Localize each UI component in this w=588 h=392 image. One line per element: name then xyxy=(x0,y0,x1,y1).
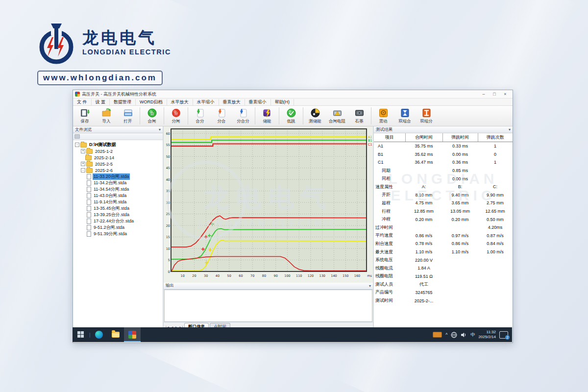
menu-item[interactable]: 水平缩小 xyxy=(193,99,219,105)
toolbar-button[interactable]: 合合闸 xyxy=(141,106,163,126)
folder-icon xyxy=(112,332,120,338)
result-value: 9.40 mm xyxy=(442,191,478,199)
toolbar-button-label: 测储能 xyxy=(309,119,321,124)
svg-text:0: 0 xyxy=(168,270,170,274)
toolbar-button[interactable]: 双端合 xyxy=(394,106,416,126)
toolbar-button[interactable]: 分合 xyxy=(211,106,232,126)
toolbar-button[interactable]: 测储能 xyxy=(304,106,326,126)
toolbar-button[interactable]: 保存 xyxy=(74,106,96,126)
close-op-icon: 合 xyxy=(147,108,157,118)
tree-file-item[interactable]: 11-33.20合闸.stda xyxy=(75,173,163,180)
toolbar-button[interactable]: 石墨 xyxy=(348,106,370,126)
svg-text:10: 10 xyxy=(181,274,185,278)
brand-name-en: LONGDIAN ELECTRIC xyxy=(82,48,171,56)
cfc-icon xyxy=(238,108,248,118)
tree-toolbar xyxy=(73,133,163,140)
minimize-button[interactable]: – xyxy=(478,91,489,98)
volume-icon[interactable] xyxy=(461,332,467,338)
toolbar-separator xyxy=(255,107,255,124)
result-label: 产品编号 xyxy=(374,289,405,297)
tree-file-item[interactable]: 9-51.39分闸.stda xyxy=(75,231,163,237)
tree-file-item[interactable]: 11-34.2合闸.stda xyxy=(75,180,163,186)
chevron-down-icon[interactable]: ▾ xyxy=(509,127,511,132)
toolbar-button[interactable]: !合闸电阻 xyxy=(326,106,348,126)
ime-indicator[interactable]: 中 xyxy=(470,332,475,338)
tree-file-item[interactable]: 17-22.44分合分.stda xyxy=(75,218,163,224)
tree-item-label: 17-22.44分合分.stda xyxy=(93,218,135,224)
toolbar-button[interactable]: 低跳 xyxy=(280,106,302,126)
analysis-app-button[interactable] xyxy=(124,327,141,342)
result-value: 0.78 m/s xyxy=(405,240,442,248)
result-value xyxy=(442,272,478,281)
tree-file-item[interactable]: 11-34.54分闸.stda xyxy=(75,186,163,193)
toolbar-button[interactable]: 双端分 xyxy=(416,106,437,126)
result-value: 35.75 ms xyxy=(405,142,442,150)
tree-expander[interactable]: - xyxy=(75,143,79,147)
toolbar-button[interactable]: 储能 xyxy=(256,106,278,126)
serial-device-icon[interactable] xyxy=(433,332,442,338)
toolbar-button[interactable]: 分分闸 xyxy=(165,106,187,126)
tree-item-label: 2025-2-14 xyxy=(93,155,115,160)
toolbar-button[interactable]: 分合分 xyxy=(232,106,254,126)
notification-center-icon[interactable]: 2 xyxy=(499,331,508,339)
toolbar-button[interactable]: 导入 xyxy=(96,106,117,126)
result-value: 1.00 m/s xyxy=(478,248,513,256)
tree-expander[interactable]: + xyxy=(81,162,85,166)
chevron-down-icon[interactable]: ▾ xyxy=(369,284,371,288)
edge-browser-button[interactable] xyxy=(91,327,107,342)
menu-bar: 文 件设 置数据管理WORD归档水平放大水平缩小垂直放大垂直缩小帮助(H) xyxy=(73,98,513,106)
file-explorer-button[interactable] xyxy=(107,327,124,342)
toolbar-button[interactable]: 打开 xyxy=(117,106,139,126)
tree-file-item[interactable]: 11-9.14分闸.stda xyxy=(75,199,163,205)
start-button[interactable] xyxy=(73,327,89,342)
tree-folder-item[interactable]: -D:\H测试数据 xyxy=(75,142,163,148)
tree-item-label: 9-51.39分闸.stda xyxy=(93,231,128,237)
results-row: 测试时间2025-2-... xyxy=(374,296,513,305)
tree-file-item[interactable]: 11-43.0合闸.stda xyxy=(75,193,163,199)
tree-toolbar-icon[interactable] xyxy=(74,134,80,139)
tree-file-item[interactable]: 9-51.2合闸.stda xyxy=(75,224,163,231)
close-button[interactable]: × xyxy=(500,91,511,98)
result-value: 3.65 mm xyxy=(442,199,478,207)
svg-text:30: 30 xyxy=(204,274,208,278)
tree-folder-item[interactable]: 2025-2-14 xyxy=(75,154,163,161)
toolbar-button-label: 保存 xyxy=(81,119,89,124)
tree-expander[interactable]: + xyxy=(81,149,85,153)
result-value xyxy=(442,296,478,305)
analysis-app-icon xyxy=(128,331,136,339)
maximize-button[interactable]: □ xyxy=(489,91,500,98)
menu-item[interactable]: 垂直缩小 xyxy=(245,99,271,105)
menu-item[interactable]: 水平放大 xyxy=(167,99,193,105)
tree-item-label: 2025-2-6 xyxy=(94,168,114,173)
network-globe-icon[interactable] xyxy=(451,332,457,338)
toolbar-button-label: 分合分 xyxy=(237,119,249,124)
menu-item[interactable]: WORD归档 xyxy=(136,99,167,105)
results-row: 过冲时间4.20ms xyxy=(374,223,513,232)
menu-item[interactable]: 垂直放大 xyxy=(219,99,245,105)
result-value: 0.00 ms xyxy=(442,174,478,183)
toolbar-button[interactable]: 震动 xyxy=(372,106,394,126)
result-value xyxy=(405,167,442,175)
menu-item[interactable]: 文 件 xyxy=(73,99,92,105)
results-row: 系统电压220.00 V xyxy=(374,256,513,264)
toolbar-button[interactable]: 合分 xyxy=(189,106,211,126)
menu-item[interactable]: 帮助(H) xyxy=(271,99,294,105)
svg-text:110: 110 xyxy=(296,274,302,278)
result-value: 0.00 ms xyxy=(442,150,478,159)
tree-file-item[interactable]: 13-35.45合闸.stda xyxy=(75,205,163,212)
tree-folder-item[interactable]: -2025-2-6 xyxy=(75,167,163,173)
taskbar-clock[interactable]: 11:32 2025/2/14 xyxy=(478,330,496,340)
menu-item[interactable]: 设 置 xyxy=(92,99,110,105)
file-icon xyxy=(87,206,91,211)
tree-file-item[interactable]: 13-39.25合分.stda xyxy=(75,212,163,218)
tree-folder-item[interactable]: +2025-2-5 xyxy=(75,161,163,167)
show-hidden-icons-chevron[interactable]: ^ xyxy=(445,332,447,337)
toolbar-button-label: 分闸 xyxy=(172,119,180,124)
results-row: 行程12.85 mm13.05 mm12.65 mm xyxy=(374,207,513,216)
tree-expander[interactable]: - xyxy=(81,168,85,172)
tree-folder-item[interactable]: +2025-1-2 xyxy=(75,148,163,154)
result-value: 2.75 mm xyxy=(478,199,513,207)
chevron-down-icon[interactable]: ▾ xyxy=(159,127,161,132)
menu-item[interactable]: 数据管理 xyxy=(110,99,136,105)
result-value: 0.33 ms xyxy=(442,142,478,150)
